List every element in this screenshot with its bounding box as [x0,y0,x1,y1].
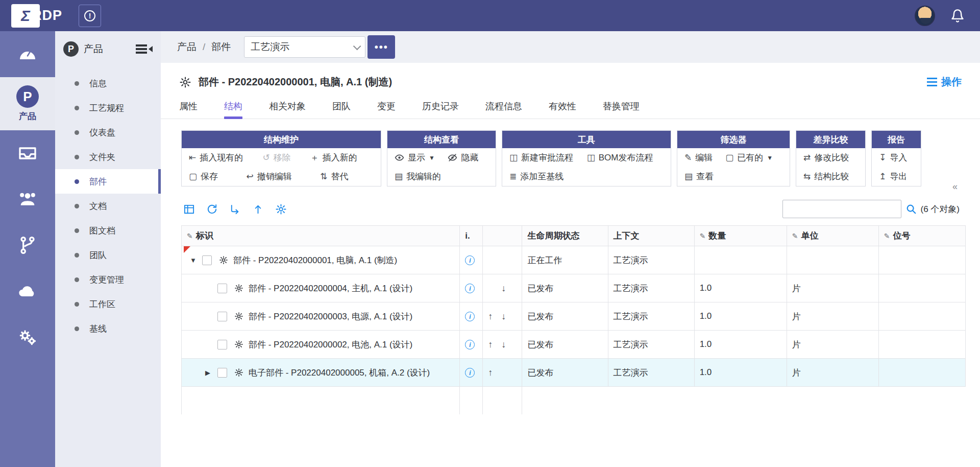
toolbar-button[interactable]: ✎ 编辑 [684,152,713,164]
grid-settings-icon[interactable] [275,203,287,215]
toolbar-button[interactable]: ◫ 新建审批流程 [509,152,573,164]
table-row[interactable]: 部件 - P20220402000004, 主机, A.1 (设计) i ↓ 已… [182,274,966,302]
row-checkbox[interactable] [217,340,227,349]
table-row[interactable]: 部件 - P20220402000003, 电源, A.1 (设计) i ↑↓ … [182,302,966,331]
part-identifier[interactable]: 部件 - P20220402000003, 电源, A.1 (设计) [249,311,412,322]
sidebar-item-8[interactable]: 变更管理 [55,267,161,292]
tab-8[interactable]: 替换管理 [603,100,640,119]
context-select[interactable]: 工艺演示 [244,36,365,58]
tab-1[interactable]: 结构 [224,100,242,119]
breadcrumb-products[interactable]: 产品 [177,40,197,54]
search-icon[interactable] [905,203,917,215]
row-checkbox[interactable] [217,312,227,321]
rail-item-inbox[interactable] [0,130,55,176]
row-checkbox[interactable] [217,368,227,378]
toolbar-button[interactable]: ▢ 已有的 ▼ [725,152,773,164]
search-input[interactable] [782,200,901,218]
expander-icon[interactable]: ▶ [205,369,217,377]
sidebar-item-1[interactable]: 工艺规程 [55,96,161,120]
move-up-icon[interactable]: ↑ [488,367,501,378]
part-identifier[interactable]: 部件 - P20220402000002, 电池, A.1 (设计) [249,339,412,351]
info-icon[interactable]: i [465,368,475,378]
tab-7[interactable]: 有效性 [549,100,576,119]
move-down-icon[interactable]: ↓ [501,339,514,350]
user-avatar[interactable] [915,6,935,26]
sidebar-item-3[interactable]: 文件夹 [55,145,161,169]
collapse-sidebar-icon[interactable] [136,43,153,56]
tab-3[interactable]: 团队 [332,100,351,119]
toolbar-button[interactable]: ⇅ 替代 [320,171,348,182]
toolbar-button[interactable]: 显示 ▼ [395,152,435,164]
table-row[interactable]: ▼ 部件 - P20220402000001, 电脑, A.1 (制造) i 正… [182,246,966,274]
part-identifier[interactable]: 电子部件 - P20220402000005, 机箱, A.2 (设计) [249,367,430,379]
columns-icon[interactable] [183,203,195,215]
toolbar-button[interactable]: ↧ 导入 [879,152,907,164]
toolbar-button[interactable]: ⇆ 结构比较 [803,171,849,182]
part-identifier[interactable]: 部件 - P20220402000001, 电脑, A.1 (制造) [233,254,397,266]
collapse-branch-icon[interactable] [252,203,264,215]
rail-item-teams[interactable] [0,176,55,222]
sidebar-item-9[interactable]: 工作区 [55,292,161,316]
move-up-icon[interactable]: ↑ [488,311,501,322]
expand-branch-icon[interactable] [229,203,241,215]
info-icon[interactable]: i [465,284,475,293]
rail-item-workflows[interactable] [0,222,55,268]
toolbar-button[interactable]: ⇤ 插入现有的 [189,152,243,164]
sidebar-item-10[interactable]: 基线 [55,316,161,341]
toolbar-button[interactable]: ▤ 查看 [684,171,714,182]
column-header[interactable]: ✎数量 [694,226,787,246]
move-down-icon[interactable]: ↓ [501,283,514,294]
column-header[interactable]: i. [460,226,483,246]
collapse-toolbar-icon[interactable]: « [952,181,958,192]
toolbar-button[interactable]: ≣ 添加至基线 [509,171,564,182]
toolbar-button[interactable]: ⇄ 修改比较 [803,152,849,164]
toolbar-button[interactable]: ▢ 保存 [189,171,218,182]
rail-item-settings[interactable] [0,314,55,360]
toolbar-button[interactable]: ◫ BOM发布流程 [587,152,653,164]
info-icon[interactable]: i [465,312,475,321]
info-icon[interactable]: i [465,340,475,349]
column-header[interactable] [483,226,522,246]
table-row[interactable]: 部件 - P20220402000002, 电池, A.1 (设计) i ↑↓ … [182,331,966,359]
row-checkbox[interactable] [202,255,212,265]
more-actions-button[interactable]: ••• [368,35,395,59]
table-row[interactable]: ▶ 电子部件 - P20220402000005, 机箱, A.2 (设计) i… [182,359,966,387]
toolbar-button[interactable]: ↺ 移除 [262,152,290,164]
tab-4[interactable]: 变更 [377,100,396,119]
column-header[interactable]: ✎位号 [878,226,965,246]
column-header[interactable]: 上下文 [608,226,694,246]
sidebar-item-0[interactable]: 信息 [55,71,161,96]
sidebar-item-2[interactable]: 仪表盘 [55,120,161,145]
part-identifier[interactable]: 部件 - P20220402000004, 主机, A.1 (设计) [249,283,412,294]
toolbar-button[interactable]: ↩ 撤销编辑 [247,171,292,182]
actions-button[interactable]: 操作 [927,75,962,89]
tab-6[interactable]: 流程信息 [485,100,522,119]
sidebar-item-6[interactable]: 图文档 [55,218,161,243]
refresh-icon[interactable] [206,203,218,215]
column-header[interactable]: ✎单位 [787,226,878,246]
info-button[interactable]: ! [79,5,101,27]
move-down-icon[interactable]: ↓ [501,311,514,322]
toolbar-button[interactable]: 隐藏 [448,152,478,164]
tab-2[interactable]: 相关对象 [269,100,306,119]
toolbar-button[interactable]: ↥ 导出 [879,171,907,182]
tab-0[interactable]: 属性 [179,100,198,119]
notifications-bell-icon[interactable] [950,9,965,23]
column-header[interactable]: ✎标识 [182,226,460,246]
sidebar-item-7[interactable]: 团队 [55,243,161,267]
toolbar-button[interactable]: ＋ 插入新的 [310,152,357,164]
row-checkbox[interactable] [217,284,227,293]
column-header[interactable]: 生命周期状态 [522,226,608,246]
rail-item-products[interactable]: P 产品 [0,77,55,130]
move-up-icon[interactable]: ↑ [488,339,501,350]
breadcrumb-parts[interactable]: 部件 [211,40,231,54]
tab-5[interactable]: 历史记录 [422,100,459,119]
sidebar-item-5[interactable]: 文档 [55,194,161,218]
app-logo[interactable]: Σ RDP [11,4,71,28]
rail-item-cloud[interactable] [0,268,55,314]
rail-item-dashboard[interactable] [0,31,55,77]
sidebar-item-4[interactable]: 部件 [55,169,161,194]
expander-icon[interactable]: ▼ [190,256,202,264]
info-icon[interactable]: i [465,255,475,265]
toolbar-button[interactable]: ▤ 我编辑的 [395,171,441,182]
